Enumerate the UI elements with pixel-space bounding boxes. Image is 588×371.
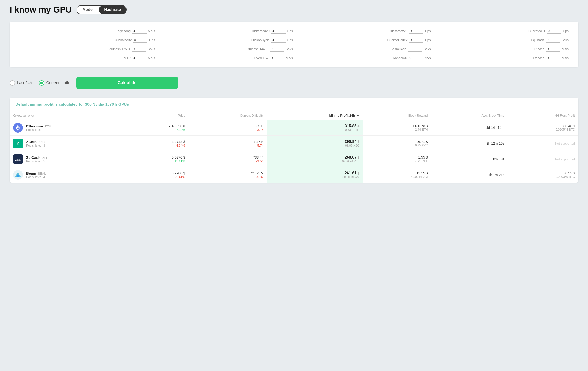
field-unit: Sol/s <box>148 47 155 51</box>
price-change: 11.11% <box>129 159 185 163</box>
current-profit-radio[interactable]: Current profit <box>39 80 69 86</box>
price-main: 0.2786 $ <box>129 171 185 175</box>
field-unit: Sol/s <box>286 47 293 51</box>
difficulty-cell-zel: 733.44 -3.56 <box>189 151 267 167</box>
field-input-randomx[interactable] <box>408 55 423 60</box>
block-sub: 56.25 ZEL <box>366 159 428 163</box>
hashrate-field-equihash125_4: Equihash 125_4 Sol/s <box>19 46 155 51</box>
calculate-button[interactable]: Calculate <box>76 77 178 89</box>
last24h-label: Last 24h <box>17 81 32 85</box>
table-row: ZEL ZelCash ZEL Pools listed: 5 0.0276 $… <box>10 151 578 167</box>
diff-change: -5.32 <box>192 175 263 179</box>
field-input-ethash[interactable] <box>546 46 560 51</box>
price-main: 4.2742 $ <box>129 140 185 144</box>
diff-main: 3.69 P <box>192 124 263 128</box>
coin-cell-zel: ZEL ZelCash ZEL Pools listed: 5 <box>10 151 126 167</box>
price-main: 0.0276 $ <box>129 156 185 159</box>
profit-sub: 938.90 BEAM <box>270 175 359 179</box>
hashrate-field-cuckatoo32: Cuckatoo32 Gps <box>19 38 155 43</box>
field-label: CuckooCortex <box>387 38 407 42</box>
hashrate-grid: Eaglesong Mh/s Cuckarood29 Gps Cuckarooz… <box>19 29 569 60</box>
field-label: BeamHash <box>390 47 406 51</box>
field-input-beamhash[interactable] <box>408 46 422 51</box>
col-header-cryptocurrency: Cryptocurrency <box>10 111 126 120</box>
block-reward-cell-beam: 11.15 $ 40.00 BEAM <box>363 167 431 183</box>
field-unit: Mh/s <box>148 29 155 33</box>
nh-rent-cell-beam: -6.92 $ -0.000369 BTC <box>508 167 578 183</box>
nh-sub: -0.000369 BTC <box>511 175 575 179</box>
hashrate-field-eaglesong: Eaglesong Mh/s <box>19 29 155 34</box>
col-header-mining-profit[interactable]: Mining Profit 24h ▼ <box>267 111 363 120</box>
field-unit: Mh/s <box>148 56 155 60</box>
avg-block-time-cell-eth: 4d 14h 14m <box>431 120 508 136</box>
results-table: Cryptocurrency Price Current Difficulty … <box>10 111 578 183</box>
eth-icon <box>13 123 23 132</box>
profit-main: 290.84 $ <box>270 140 359 144</box>
profit-main: 261.61 $ <box>270 171 359 175</box>
field-input-cuckatoo31[interactable] <box>547 29 561 34</box>
beam-icon <box>13 170 23 180</box>
pools-listed: Pools listed: 11 <box>26 128 51 131</box>
field-label: MTP <box>124 56 131 60</box>
hashrate-field-etchash: Etchash Mh/s <box>433 55 569 60</box>
mode-toggle[interactable]: Model Hashrate <box>76 5 127 14</box>
coin-cell-beam: Beam BEAM Pools listed: 4 <box>10 167 126 183</box>
nh-main: -6.92 $ <box>511 171 575 175</box>
avg-block-time-value: 8m 19s <box>493 157 504 161</box>
field-unit: Gps <box>425 38 430 42</box>
xzc-icon: Z <box>13 139 23 148</box>
last24h-radio-circle <box>10 80 15 86</box>
field-label: Equihash 144_5 <box>245 47 268 51</box>
table-row: Beam BEAM Pools listed: 4 0.2786 $ -1.41… <box>10 167 578 183</box>
field-input-mtp[interactable] <box>132 55 147 60</box>
profit-main: 268.67 $ <box>270 155 359 160</box>
block-sub: 2.44 ETH <box>366 128 428 131</box>
field-unit: Gps <box>287 38 293 42</box>
nh-sub: -0.020544 BTC <box>511 128 575 131</box>
coin-ticker: BEAM <box>38 172 46 175</box>
avg-block-time-cell-beam: 1h 1m 21s <box>431 167 508 183</box>
hashrate-field-equihash: Equihash Sol/s <box>433 38 569 43</box>
field-input-equihash125_4[interactable] <box>132 46 146 51</box>
hashrate-panel: Eaglesong Mh/s Cuckarood29 Gps Cuckarooz… <box>10 22 578 67</box>
field-unit: Mh/s <box>286 56 293 60</box>
current-profit-label: Current profit <box>46 81 69 85</box>
nh-rent-cell-xzc: Not supported <box>508 136 578 151</box>
field-input-cuckarooz29[interactable] <box>409 29 423 34</box>
last24h-radio[interactable]: Last 24h <box>10 80 32 86</box>
diff-main: 21.64 M <box>192 171 263 175</box>
toggle-model-btn[interactable]: Model <box>77 6 99 14</box>
coin-cell-xzc: Z ZCoin XZC Pools listed: 3 <box>10 136 126 151</box>
field-input-etchash[interactable] <box>546 55 560 60</box>
difficulty-cell-eth: 3.69 P 3.15 <box>189 120 267 136</box>
field-input-eaglesong[interactable] <box>132 29 147 34</box>
nh-rent-cell-eth: -385.48 $ -0.020544 BTC <box>508 120 578 136</box>
field-input-cuckoocortex[interactable] <box>409 38 423 43</box>
price-cell-zel: 0.0276 $ 11.11% <box>126 151 189 167</box>
col-header-block-reward: Block Reward <box>363 111 431 120</box>
avg-block-time-cell-xzc: 2h 12m 16s <box>431 136 508 151</box>
field-input-cuckatoo32[interactable] <box>133 38 147 43</box>
field-input-equihash144_5[interactable] <box>270 46 284 51</box>
field-input-equihash[interactable] <box>546 38 560 43</box>
field-label: Ethash <box>535 47 544 51</box>
field-unit: Gps <box>425 29 430 33</box>
profit-cell-beam: 261.61 $ 938.90 BEAM <box>267 167 363 183</box>
price-change: -4.64% <box>129 144 185 147</box>
col-header-difficulty: Current Difficulty <box>189 111 267 120</box>
price-main: 594.5625 $ <box>129 124 185 128</box>
difficulty-cell-beam: 21.64 M -5.32 <box>189 167 267 183</box>
field-unit: Sol/s <box>562 38 569 42</box>
field-label: Cuckarooz29 <box>389 29 407 33</box>
field-input-kawpow[interactable] <box>270 55 284 60</box>
toggle-hashrate-btn[interactable]: Hashrate <box>99 6 126 14</box>
col-header-avg-block-time: Avg. Block Time <box>431 111 508 120</box>
not-supported-label: Not supported <box>555 157 575 161</box>
profit-cell-xzc: 290.84 $ 68.05 XZC <box>267 136 363 151</box>
field-input-cuckoocycle[interactable] <box>271 38 285 43</box>
field-label: Cuckarood29 <box>251 29 270 33</box>
coin-name: Ethereum <box>26 124 43 128</box>
field-input-cuckarood29[interactable] <box>271 29 285 34</box>
avg-block-time-value: 2h 12m 16s <box>486 141 504 145</box>
diff-main: 733.44 <box>192 156 263 159</box>
